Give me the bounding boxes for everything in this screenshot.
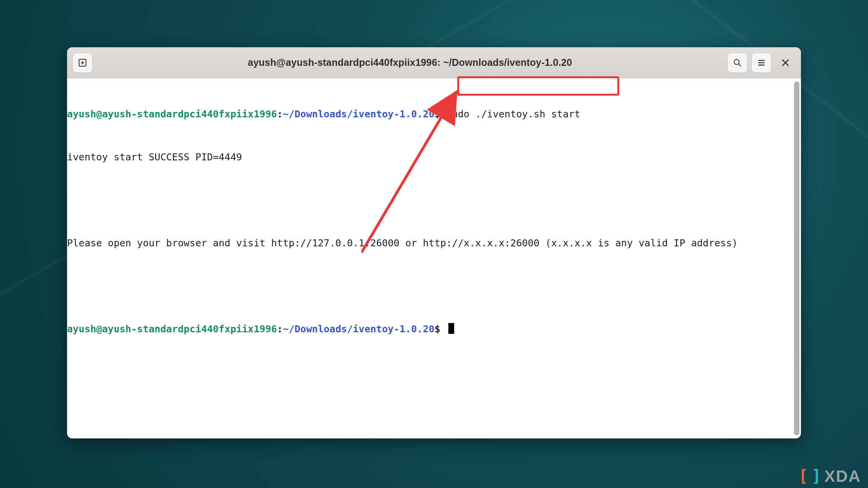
titlebar-right-group xyxy=(727,53,796,73)
prompt-sep: : xyxy=(277,108,283,120)
prompt-sigil: $ xyxy=(434,323,440,335)
output-line: iventoy start SUCCESS PID=4449 xyxy=(67,150,801,164)
search-button[interactable] xyxy=(727,53,747,73)
blank-line xyxy=(67,193,801,207)
svg-line-4 xyxy=(739,64,741,66)
watermark: []XDA xyxy=(799,467,861,486)
watermark-bracket-right: ] xyxy=(811,467,822,486)
prompt-path: ~/Downloads/iventoy-1.0.20 xyxy=(283,108,434,120)
terminal-body[interactable]: ayush@ayush-standardpci440fxpiix1996:~/D… xyxy=(67,78,801,438)
output-line: Please open your browser and visit http:… xyxy=(67,236,801,250)
terminal-window: ayush@ayush-standardpci440fxpiix1996: ~/… xyxy=(67,47,801,438)
prompt-user: ayush@ayush-standardpci440fxpiix1996 xyxy=(67,323,277,335)
close-button[interactable] xyxy=(775,53,796,73)
plus-tab-icon xyxy=(78,58,87,67)
prompt-sigil: $ xyxy=(434,108,440,120)
titlebar: ayush@ayush-standardpci440fxpiix1996: ~/… xyxy=(67,47,801,78)
command-text: sudo ./iventoy.sh start xyxy=(440,108,580,120)
close-icon xyxy=(781,58,790,67)
prompt-user: ayush@ayush-standardpci440fxpiix1996 xyxy=(67,108,277,120)
hamburger-icon xyxy=(757,58,766,67)
window-title: ayush@ayush-standardpci440fxpiix1996: ~/… xyxy=(96,57,723,68)
terminal-output: ayush@ayush-standardpci440fxpiix1996:~/D… xyxy=(67,78,801,365)
menu-button[interactable] xyxy=(751,53,772,73)
watermark-text: XDA xyxy=(824,467,861,486)
prompt-sep: : xyxy=(277,323,283,335)
scrollbar[interactable] xyxy=(794,81,799,435)
watermark-bracket-left: [ xyxy=(799,467,809,486)
svg-point-3 xyxy=(734,59,739,64)
new-tab-button[interactable] xyxy=(72,53,93,73)
prompt-line-2: ayush@ayush-standardpci440fxpiix1996:~/D… xyxy=(67,322,801,336)
cursor xyxy=(448,323,454,334)
prompt-path: ~/Downloads/iventoy-1.0.20 xyxy=(283,323,434,335)
prompt-line-1: ayush@ayush-standardpci440fxpiix1996:~/D… xyxy=(67,107,801,121)
blank-line xyxy=(67,279,801,293)
search-icon xyxy=(733,58,742,67)
